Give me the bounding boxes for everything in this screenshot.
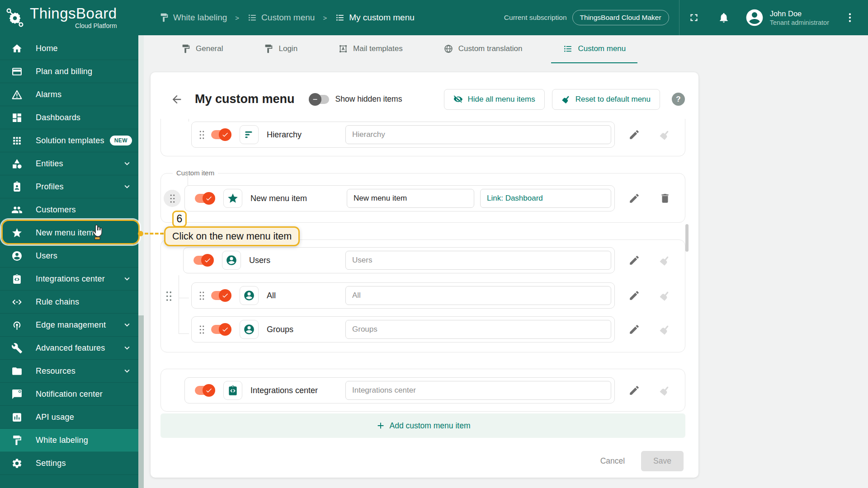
- menu-item-name-input[interactable]: [345, 125, 611, 144]
- reset-brush-button[interactable]: [659, 385, 671, 396]
- edit-pencil-button[interactable]: [628, 192, 640, 204]
- sidebar-item-profiles[interactable]: Profiles: [0, 175, 138, 198]
- visibility-toggle[interactable]: [195, 194, 214, 203]
- sidebar-item-integrations-center[interactable]: Integrations center: [0, 267, 138, 291]
- sidebar-item-notification-center[interactable]: Notification center: [0, 383, 138, 406]
- toggle-knob: [309, 93, 321, 106]
- sidebar-item-white-labeling[interactable]: White labeling: [0, 429, 138, 452]
- list-scrollbar-thumb[interactable]: [685, 224, 689, 252]
- menu-item-row-groups: Groups: [164, 316, 677, 343]
- reset-brush-icon: [561, 94, 571, 104]
- sidebar-scrollbar[interactable]: [138, 35, 144, 488]
- gear-icon: [11, 458, 23, 469]
- sidebar-item-plan-and-billing[interactable]: Plan and billing: [0, 60, 138, 83]
- visibility-toggle[interactable]: [211, 130, 230, 139]
- tab-mail-templates[interactable]: Mail templates: [326, 35, 415, 63]
- home-icon: [11, 43, 23, 54]
- tab-custom-translation[interactable]: Custom translation: [432, 35, 534, 63]
- drag-handle-icon[interactable]: [199, 325, 205, 334]
- panel-footer: Cancel Save: [598, 451, 684, 471]
- fullscreen-button[interactable]: [684, 8, 704, 28]
- logo-text: ThingsBoard Cloud Platform: [30, 6, 117, 29]
- tab-label: Custom translation: [458, 44, 523, 53]
- sidebar-item-api-usage[interactable]: API usage: [0, 406, 138, 429]
- reset-brush-button[interactable]: [659, 254, 671, 266]
- sidebar-item-label: New menu item: [36, 228, 94, 238]
- drag-handle-icon[interactable]: [164, 190, 181, 207]
- menu-item-name-input[interactable]: [345, 381, 611, 400]
- check-icon: [204, 257, 211, 264]
- sidebar-item-rule-chains[interactable]: Rule chains: [0, 291, 138, 314]
- drag-handle-icon[interactable]: [199, 291, 205, 300]
- sidebar-item-edge-management[interactable]: Edge management: [0, 314, 138, 337]
- menu-item-name-input[interactable]: [345, 320, 611, 339]
- menu-item-label: Users: [249, 256, 345, 265]
- hide-all-menu-items-button[interactable]: Hide all menu items: [444, 89, 544, 110]
- integrations-icon: [223, 381, 242, 400]
- sidebar-item-dashboards[interactable]: Dashboards: [0, 106, 138, 129]
- rule-chain-icon: [11, 296, 23, 308]
- sidebar-item-new-menu-item[interactable]: New menu item: [0, 221, 138, 244]
- sidebar-item-label: Advanced features: [36, 343, 105, 353]
- menu-item-label: Integrations center: [250, 386, 345, 395]
- reset-brush-button[interactable]: [659, 129, 671, 141]
- visibility-toggle[interactable]: [193, 256, 212, 265]
- person-circle-icon: [11, 250, 23, 262]
- sidebar-item-label: Entities: [36, 159, 63, 169]
- reset-brush-button[interactable]: [659, 324, 671, 335]
- menu-item-name-input[interactable]: [347, 189, 474, 208]
- back-button[interactable]: [170, 92, 185, 107]
- show-hidden-toggle[interactable]: [310, 95, 329, 104]
- sidebar-item-resources[interactable]: Resources: [0, 360, 138, 383]
- sidebar-item-label: White labeling: [36, 436, 88, 445]
- menu-item-name-input[interactable]: [345, 251, 611, 270]
- breadcrumb-white-labeling[interactable]: White labeling: [159, 13, 227, 23]
- delete-trash-button[interactable]: [659, 192, 671, 204]
- edit-pencil-button[interactable]: [628, 254, 640, 266]
- sidebar-item-home[interactable]: Home: [0, 37, 138, 60]
- tab-general[interactable]: General: [169, 35, 235, 63]
- avatar[interactable]: [745, 8, 764, 28]
- sidebar-item-users[interactable]: Users: [0, 244, 138, 267]
- cancel-button[interactable]: Cancel: [598, 456, 627, 466]
- save-button[interactable]: Save: [641, 451, 684, 471]
- sidebar-item-solution-templates[interactable]: Solution templates NEW: [0, 129, 138, 152]
- sidebar-item-customers[interactable]: Customers: [0, 198, 138, 221]
- edit-pencil-button[interactable]: [628, 385, 640, 396]
- kebab-menu-icon: [844, 12, 856, 23]
- sidebar-item-settings[interactable]: Settings: [0, 452, 138, 475]
- menu-item-link-input[interactable]: [480, 189, 611, 208]
- app-root: ThingsBoard Cloud Platform White labelin…: [0, 0, 868, 488]
- add-custom-menu-item-button[interactable]: Add custom menu item: [160, 413, 685, 438]
- reset-to-default-button[interactable]: Reset to default menu: [552, 89, 660, 110]
- kebab-menu-button[interactable]: [840, 8, 860, 28]
- edit-pencil-button[interactable]: [628, 129, 640, 141]
- main-area: General Login Mail templates Custom tran…: [144, 35, 868, 488]
- sidebar-item-entities[interactable]: Entities: [0, 152, 138, 175]
- visibility-toggle[interactable]: [211, 291, 230, 300]
- logo[interactable]: ThingsBoard Cloud Platform: [0, 6, 136, 29]
- sidebar-item-label: Customers: [36, 205, 76, 215]
- chevron-down-icon: [122, 320, 132, 330]
- tab-login[interactable]: Login: [252, 35, 309, 63]
- subscription-plan-button[interactable]: ThingsBoard Cloud Maker: [572, 10, 669, 25]
- toggle-knob: [203, 384, 215, 397]
- back-arrow-icon: [170, 93, 185, 106]
- page-title: My custom menu: [195, 92, 295, 106]
- drag-handle-icon[interactable]: [199, 130, 205, 140]
- menu-item-row-hierarchy: Hierarchy: [164, 122, 677, 148]
- edit-pencil-button[interactable]: [628, 324, 640, 335]
- reset-brush-button[interactable]: [659, 290, 671, 301]
- tab-custom-menu[interactable]: Custom menu: [551, 35, 637, 63]
- sidebar-item-advanced-features[interactable]: Advanced features: [0, 337, 138, 360]
- star-icon: [11, 227, 23, 239]
- menu-item-name-input[interactable]: [345, 286, 611, 305]
- edit-pencil-button[interactable]: [628, 290, 640, 301]
- visibility-toggle[interactable]: [195, 386, 214, 395]
- notifications-button[interactable]: [714, 8, 734, 28]
- visibility-toggle[interactable]: [211, 325, 230, 334]
- sidebar-item-alarms[interactable]: Alarms: [0, 83, 138, 106]
- breadcrumb-custom-menu[interactable]: Custom menu: [247, 13, 315, 23]
- sidebar-scrollbar-thumb[interactable]: [138, 35, 144, 315]
- help-button[interactable]: ?: [672, 93, 685, 106]
